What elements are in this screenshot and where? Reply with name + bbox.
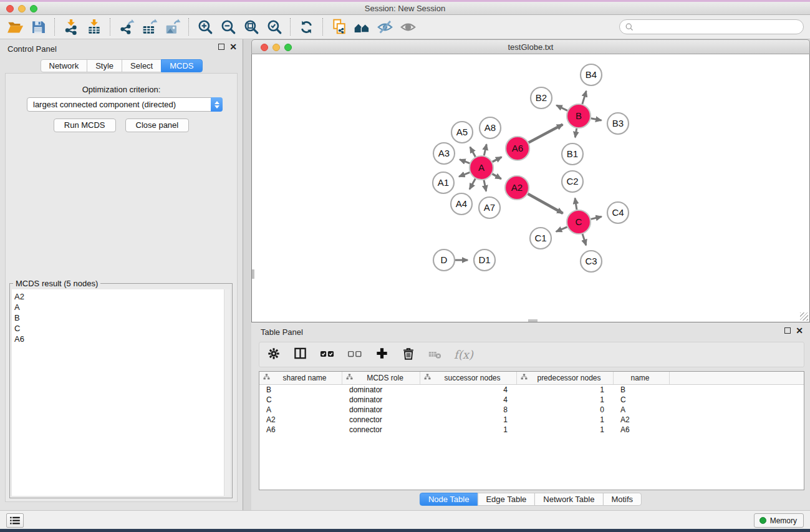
graph-node-B4[interactable]: B4 <box>581 64 602 85</box>
result-list-item[interactable]: A <box>14 302 230 312</box>
result-list-item[interactable]: B <box>14 312 230 323</box>
delete-table-icon[interactable] <box>428 347 441 363</box>
graph-node-A8[interactable]: A8 <box>480 117 501 138</box>
graph-node-C[interactable]: C <box>567 210 591 234</box>
graph-edge-A-A6[interactable] <box>493 157 502 162</box>
result-list-item[interactable]: A2 <box>14 291 230 302</box>
graph-edge-B-B3[interactable] <box>591 118 602 120</box>
graph-edge-A-A7[interactable] <box>484 180 486 191</box>
table-row[interactable]: Cdominator41C <box>259 395 804 405</box>
graph-node-A6[interactable]: A6 <box>506 137 529 160</box>
horizontal-scrollbar[interactable] <box>528 319 538 322</box>
vertical-scrollbar[interactable] <box>252 269 254 279</box>
column-header-shared-name[interactable]: shared name <box>259 372 342 384</box>
memory-button[interactable]: Memory <box>754 513 804 528</box>
tab-network[interactable]: Network <box>40 59 87 72</box>
function-builder-icon[interactable]: f(x) <box>454 348 473 361</box>
column-header-name[interactable]: name <box>614 372 670 384</box>
graph-node-D1[interactable]: D1 <box>474 249 495 271</box>
result-list-item[interactable]: A6 <box>14 334 230 344</box>
graph-node-C2[interactable]: C2 <box>562 171 583 192</box>
tab-mcds[interactable]: MCDS <box>161 59 202 72</box>
graph-node-B2[interactable]: B2 <box>531 87 552 109</box>
graph-edge-B-B4[interactable] <box>582 91 586 104</box>
tab-select[interactable]: Select <box>122 59 162 72</box>
graph-edge-B-B2[interactable] <box>556 105 567 111</box>
zoom-fit-icon[interactable] <box>239 16 263 37</box>
graph-edge-C-C1[interactable] <box>556 227 567 232</box>
export-table-icon[interactable] <box>138 16 161 37</box>
graph-edge-A6-B[interactable] <box>529 125 563 143</box>
table-row[interactable]: A6connector11A6 <box>259 425 804 435</box>
graph-node-A2[interactable]: A2 <box>505 176 529 200</box>
close-panel-icon[interactable]: ✕ <box>229 44 237 50</box>
first-neighbors-icon[interactable] <box>350 16 374 37</box>
column-header-predecessor-nodes[interactable]: predecessor nodes <box>517 372 614 384</box>
graph-edge-A-A8[interactable] <box>484 144 486 155</box>
graph-edge-A2-C[interactable] <box>528 194 562 213</box>
network-window-titlebar[interactable]: testGlobe.txt <box>251 39 810 54</box>
table-row[interactable]: Adominator80A <box>259 405 804 415</box>
table-row[interactable]: A2connector11A2 <box>259 415 804 425</box>
tab-node-table[interactable]: Node Table <box>420 493 478 506</box>
resize-grip[interactable] <box>800 312 808 321</box>
graph-node-B[interactable]: B <box>567 104 591 128</box>
graph-edge-A-A1[interactable] <box>459 172 470 177</box>
close-table-panel-icon[interactable]: ✕ <box>796 327 803 334</box>
graph-edge-A-A5[interactable] <box>470 147 476 157</box>
close-panel-button[interactable]: Close panel <box>125 118 190 132</box>
hide-selected-icon[interactable] <box>374 16 397 37</box>
float-panel-icon[interactable] <box>218 44 224 50</box>
tab-edge-table[interactable]: Edge Table <box>477 493 535 506</box>
show-columns-icon[interactable] <box>293 346 307 363</box>
graph-edge-A-A4[interactable] <box>470 179 475 190</box>
graph-node-A3[interactable]: A3 <box>433 143 455 164</box>
graph-edge-C-C3[interactable] <box>582 234 586 245</box>
save-session-icon[interactable] <box>27 16 50 37</box>
graph-edge-C-C2[interactable] <box>575 198 577 210</box>
graph-node-A[interactable]: A <box>470 156 493 180</box>
graph-node-A7[interactable]: A7 <box>479 197 500 218</box>
add-column-icon[interactable] <box>375 346 389 363</box>
criterion-select[interactable]: largest connected component (directed) <box>27 97 223 112</box>
result-list-scrollbar[interactable] <box>224 289 230 496</box>
settings-icon[interactable] <box>267 347 281 363</box>
zoom-selected-icon[interactable] <box>263 16 286 37</box>
show-all-icon[interactable] <box>397 16 420 37</box>
float-table-panel-icon[interactable] <box>784 327 791 334</box>
graph-node-A5[interactable]: A5 <box>451 122 473 143</box>
graph-edge-B-B1[interactable] <box>575 128 576 138</box>
graph-node-C4[interactable]: C4 <box>607 202 629 223</box>
network-canvas[interactable]: B4B2BB3A5A8A6A3B1AA1C2A2A4A7C4CC1C3DD1 <box>251 54 810 322</box>
graph-node-D[interactable]: D <box>433 249 455 271</box>
graph-edge-A-A3[interactable] <box>460 160 470 163</box>
task-history-button[interactable] <box>6 513 24 528</box>
export-image-icon[interactable] <box>161 16 184 37</box>
graph-node-B1[interactable]: B1 <box>562 143 583 165</box>
delete-column-icon[interactable] <box>402 347 415 363</box>
column-header-mcds-role[interactable]: MCDS role <box>342 372 420 384</box>
column-header-successor-nodes[interactable]: successor nodes <box>420 372 517 384</box>
tab-network-table[interactable]: Network Table <box>534 493 603 506</box>
zoom-in-icon[interactable] <box>193 16 216 37</box>
table-row[interactable]: Bdominator41B <box>259 385 804 395</box>
clone-network-icon[interactable] <box>327 16 350 37</box>
graph-node-A4[interactable]: A4 <box>451 193 472 215</box>
select-all-icon[interactable] <box>320 347 335 363</box>
result-list-item[interactable]: C <box>14 323 230 334</box>
search-box[interactable] <box>619 19 804 34</box>
tab-style[interactable]: Style <box>87 59 122 72</box>
tab-motifs[interactable]: Motifs <box>602 493 642 506</box>
open-file-icon[interactable] <box>4 16 27 37</box>
search-input[interactable] <box>634 22 790 32</box>
refresh-icon[interactable] <box>295 16 318 37</box>
mcds-result-list[interactable]: A2ABCA6 <box>12 289 230 496</box>
import-table-icon[interactable] <box>82 16 105 37</box>
deselect-all-icon[interactable] <box>347 347 362 363</box>
graph-edge-C-C4[interactable] <box>591 216 601 219</box>
graph-node-C1[interactable]: C1 <box>530 228 551 249</box>
run-mcds-button[interactable]: Run MCDS <box>54 118 116 132</box>
zoom-out-icon[interactable] <box>216 16 239 37</box>
import-network-icon[interactable] <box>59 16 82 37</box>
graph-node-B3[interactable]: B3 <box>607 113 629 134</box>
